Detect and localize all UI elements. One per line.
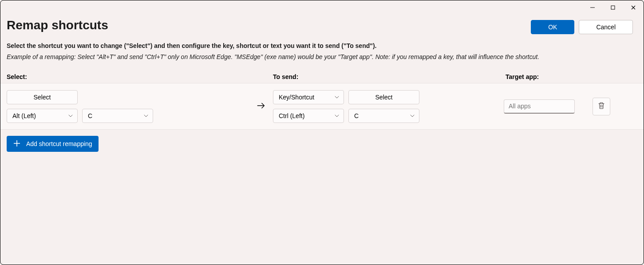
action-bar: OK Cancel [531,20,633,34]
select-dest-button[interactable]: Select [348,90,419,104]
maximize-button[interactable] [603,0,623,15]
add-remapping-button[interactable]: Add shortcut remapping [7,136,99,152]
source-key-dropdown[interactable]: C [82,109,153,123]
send-type-value: Key/Shortcut [279,94,314,101]
arrow-icon [249,101,273,112]
chevron-down-icon [335,112,339,119]
intro-line-1: Select the shortcut you want to change (… [7,40,637,51]
label-target: Target app: [506,73,539,80]
page-title: Remap shortcuts [7,18,108,32]
column-headers: Select: To send: Target app: [0,69,644,80]
label-select: Select: [7,73,273,80]
close-button[interactable] [623,0,644,15]
intro-line-2: Example of a remapping: Select "Alt+T" a… [7,51,637,63]
dest-modifier-value: Ctrl (Left) [279,112,304,119]
chevron-down-icon [335,94,339,101]
dest-key-value: C [354,112,359,119]
source-modifier-dropdown[interactable]: Alt (Left) [7,109,78,123]
cancel-button[interactable]: Cancel [579,20,633,34]
chevron-down-icon [68,112,73,119]
ok-button[interactable]: OK [531,20,574,34]
target-app-input[interactable] [504,99,575,114]
chevron-down-icon [410,112,415,119]
source-modifier-value: Alt (Left) [12,112,36,119]
label-tosend: To send: [273,73,506,80]
svg-rect-1 [611,6,615,9]
dest-key-dropdown[interactable]: C [348,109,419,123]
trash-icon [597,102,605,111]
source-key-value: C [88,112,92,119]
select-source-button[interactable]: Select [7,90,78,104]
dest-modifier-dropdown[interactable]: Ctrl (Left) [273,109,344,123]
add-remapping-label: Add shortcut remapping [26,140,92,147]
plus-icon [13,139,21,149]
remap-row: Select Alt (Left) C [0,83,644,130]
window-titlebar [582,0,644,15]
intro-text: Select the shortcut you want to change (… [0,34,644,69]
delete-row-button[interactable] [593,98,610,115]
chevron-down-icon [144,112,148,119]
minimize-button[interactable] [582,0,603,15]
send-type-dropdown[interactable]: Key/Shortcut [273,90,344,104]
